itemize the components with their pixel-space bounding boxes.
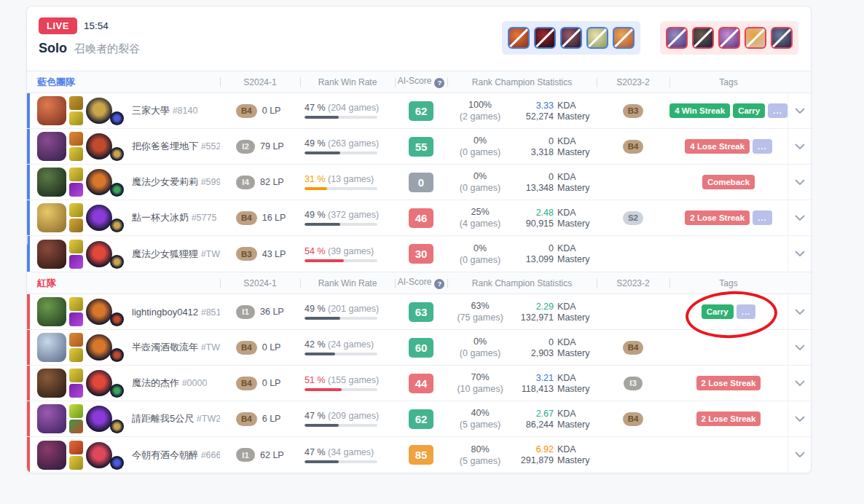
current-rank-badge: I2 [236, 140, 255, 154]
tag-badge[interactable]: 4 Lose Streak [685, 139, 750, 154]
kda-value: 3.33 [513, 101, 554, 111]
help-icon[interactable]: ? [434, 78, 444, 88]
player-row[interactable]: lightingboy0412 #8517 I1 36 LP 49 % (201… [27, 294, 811, 330]
col-header-season-prev: S2023-2 [597, 77, 669, 87]
banned-champion-icon [508, 27, 530, 49]
tag-badge[interactable]: Carry [733, 103, 765, 118]
tag-badge[interactable]: ... [753, 139, 772, 154]
champion-icon[interactable] [37, 203, 66, 232]
champion-icon[interactable] [37, 132, 66, 161]
player-row[interactable]: 點一杯大冰奶 #5775 B4 16 LP 49 % (372 games) 4… [27, 200, 811, 236]
champion-icon[interactable] [37, 96, 66, 125]
current-rank-badge: B3 [236, 247, 257, 261]
tags-cell: Carry... [669, 304, 788, 319]
champion-icon[interactable] [37, 240, 66, 269]
player-name[interactable]: 把你爸爸埋地下 [132, 141, 198, 151]
current-rank-badge: I1 [236, 305, 255, 319]
ai-score-badge: 62 [409, 409, 433, 429]
tag-badge[interactable]: 4 Win Streak [669, 103, 730, 118]
kda-label: KDA [557, 172, 576, 182]
win-rate-games: (209 games) [328, 411, 379, 421]
expand-row-button[interactable] [788, 401, 811, 436]
player-name[interactable]: lightingboy0412 [132, 307, 198, 318]
expand-row-button[interactable] [788, 437, 811, 473]
expand-row-button[interactable] [788, 200, 811, 235]
kda-label: KDA [557, 337, 576, 347]
win-rate-bar-fill [305, 151, 340, 154]
win-rate-bar [305, 388, 377, 391]
previous-rank-badge: I3 [624, 377, 643, 390]
previous-rank-badge: B4 [623, 140, 644, 154]
chevron-down-icon [795, 108, 805, 114]
player-row[interactable]: 三家大學 #8140 B4 0 LP 47 % (204 games) 62 1… [27, 93, 811, 129]
ai-score-badge: 46 [409, 208, 433, 228]
keystone-rune-icon [86, 442, 112, 468]
tag-badge[interactable]: 2 Lose Streak [696, 376, 761, 390]
expand-row-button[interactable] [788, 129, 811, 164]
champion-icon[interactable] [37, 441, 66, 470]
mastery-label: Mastery [557, 420, 589, 430]
tag-badge[interactable]: ... [737, 304, 756, 319]
player-name[interactable]: 請距離我5公尺 [132, 413, 194, 424]
expand-row-button[interactable] [788, 236, 811, 272]
tag-badge[interactable]: ... [753, 210, 772, 225]
player-name[interactable]: 三家大學 [132, 105, 170, 116]
win-rate-bar-fill [305, 317, 340, 320]
col-header-ai-score: AI-Score? [395, 277, 447, 289]
champion-icon[interactable] [37, 369, 66, 398]
player-name[interactable]: 半壺濁酒敬流年 [132, 342, 198, 353]
runes [86, 168, 125, 197]
mastery-value: 13,348 [513, 183, 554, 193]
tag-badge[interactable]: ... [768, 103, 788, 118]
champ-games: (5 games) [447, 456, 513, 466]
player-row[interactable]: 今朝有酒今朝醉 #6666 I1 62 LP 47 % (34 games) 8… [27, 437, 811, 473]
tag-badge[interactable]: 2 Lose Streak [685, 210, 750, 225]
champion-icon[interactable] [37, 297, 66, 326]
champion-icon[interactable] [37, 404, 66, 433]
help-icon[interactable]: ? [434, 279, 444, 289]
summoner-spells [69, 333, 83, 362]
summoner-spells [69, 369, 83, 398]
player-row[interactable]: 把你爸爸埋地下 #5528 I2 79 LP 49 % (263 games) … [27, 129, 811, 165]
expand-row-button[interactable] [788, 93, 811, 128]
banned-champion-icon [745, 27, 766, 49]
secondary-rune-icon [110, 420, 124, 433]
champion-icon[interactable] [37, 168, 66, 197]
tag-badge[interactable]: Carry [702, 304, 734, 319]
champion-icon[interactable] [37, 333, 66, 362]
tag-badge[interactable]: 2 Lose Streak [696, 412, 761, 426]
expand-row-button[interactable] [788, 366, 811, 401]
previous-season-cell: B3 [597, 104, 669, 118]
win-rate-games: (13 games) [328, 174, 374, 184]
player-name[interactable]: 魔法少女狐狸狸 [132, 248, 198, 259]
player-row[interactable]: 請距離我5公尺 #TW2 B4 6 LP 47 % (209 games) 62… [27, 401, 811, 437]
lp-text: 36 LP [260, 307, 284, 317]
player-name[interactable]: 今朝有酒今朝醉 [132, 449, 198, 460]
secondary-rune-icon [110, 456, 124, 470]
previous-season-cell: S2 [597, 211, 669, 225]
player-row[interactable]: 魔法的杰作 #0000 B4 0 LP 51 % (155 games) 44 … [27, 366, 811, 401]
player-row[interactable]: 魔法少女狐狸狸 #TW2 B3 43 LP 54 % (39 games) 30… [27, 236, 811, 272]
runes [86, 203, 125, 232]
summoner-spell-icon [69, 218, 83, 232]
player-row[interactable]: 魔法少女爱莉莉 #5993 I4 82 LP 31 % (13 games) 0… [27, 165, 811, 200]
player-cell: 三家大學 #8140 [27, 96, 220, 125]
expand-row-button[interactable] [788, 165, 811, 200]
col-header-rank-win-rate: Rank Win Rate [300, 278, 395, 288]
expand-row-button[interactable] [788, 294, 811, 329]
summoner-spell-icon [69, 96, 83, 110]
player-name[interactable]: 點一杯大冰奶 [132, 212, 189, 223]
player-row[interactable]: 半壺濁酒敬流年 #TW2 B4 0 LP 42 % (24 games) 60 … [27, 330, 811, 366]
ai-score-label: AI-Score [398, 76, 432, 86]
player-name[interactable]: 魔法的杰作 [132, 377, 179, 388]
tag-badge[interactable]: Comeback [702, 175, 755, 189]
expand-row-button[interactable] [788, 330, 811, 365]
runes [86, 132, 125, 161]
ai-score-cell: 63 [395, 302, 447, 322]
player-name[interactable]: 魔法少女爱莉莉 [132, 176, 198, 187]
banned-champion-icon [613, 27, 635, 49]
mastery-label: Mastery [557, 455, 589, 465]
champ-games: (4 games) [447, 218, 513, 229]
rank-win-rate-cell: 49 % (201 games) [300, 304, 395, 320]
win-rate-games: (201 games) [328, 304, 379, 314]
